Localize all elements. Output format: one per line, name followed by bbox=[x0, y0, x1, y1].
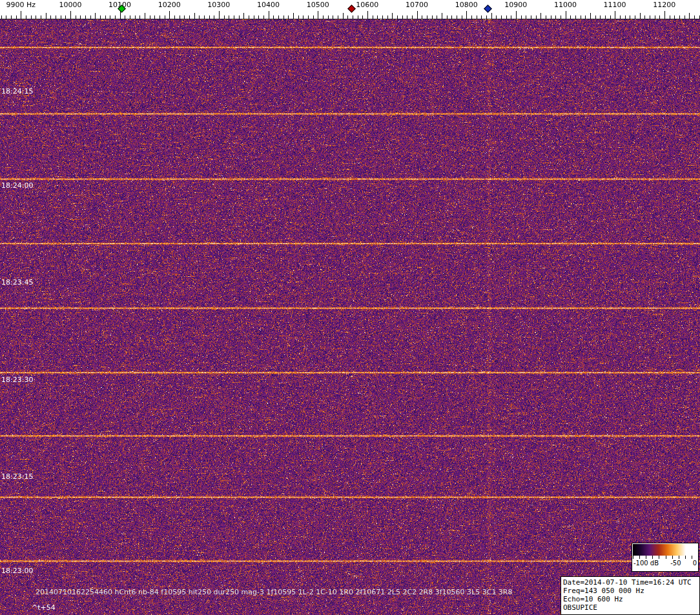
freq-tick bbox=[115, 15, 116, 19]
freq-tick bbox=[278, 15, 279, 19]
freq-tick bbox=[180, 15, 180, 19]
time-offset-label: ^t+54 bbox=[32, 603, 56, 612]
freq-tick bbox=[674, 15, 675, 19]
freq-tick bbox=[100, 15, 101, 19]
freq-tick bbox=[333, 15, 333, 19]
freq-tick bbox=[546, 15, 546, 19]
freq-tick bbox=[85, 15, 86, 19]
freq-tick bbox=[540, 13, 541, 19]
freq-tick bbox=[308, 15, 309, 19]
freq-tick bbox=[234, 15, 234, 19]
freq-tick bbox=[125, 15, 125, 19]
freq-tick bbox=[595, 15, 596, 19]
freq-tick bbox=[358, 15, 358, 19]
freq-tick bbox=[209, 15, 210, 19]
freq-tick bbox=[362, 15, 363, 19]
freq-tick bbox=[204, 15, 205, 19]
info-date-line: Date=2014-07-10 Time=16:24 UTC bbox=[563, 578, 697, 587]
freq-tick-label: 10400 bbox=[257, 1, 280, 9]
freq-tick bbox=[659, 15, 660, 19]
freq-tick bbox=[303, 15, 304, 19]
freq-tick bbox=[561, 15, 561, 19]
freq-tick bbox=[640, 13, 641, 19]
freq-tick bbox=[273, 15, 274, 19]
freq-tick bbox=[536, 15, 537, 19]
freq-tick bbox=[501, 15, 502, 19]
freq-tick bbox=[670, 15, 670, 19]
freq-tick bbox=[412, 15, 413, 19]
colorbar: -100 dB -50 0 bbox=[632, 543, 699, 572]
freq-tick bbox=[457, 15, 457, 19]
freq-tick bbox=[298, 15, 299, 19]
freq-tick bbox=[254, 15, 254, 19]
freq-tick bbox=[605, 15, 606, 19]
freq-tick-label: 11200 bbox=[653, 1, 675, 9]
freq-tick bbox=[194, 13, 195, 19]
freq-tick bbox=[199, 15, 200, 19]
freq-tick bbox=[581, 15, 581, 19]
freq-tick bbox=[694, 15, 695, 19]
freq-tick bbox=[16, 15, 17, 19]
freq-tick-label: 10000 bbox=[59, 1, 81, 9]
spectrogram-app: 9900 Hz100001010010200103001040010500106… bbox=[0, 0, 700, 615]
freq-tick bbox=[521, 15, 522, 19]
freq-tick bbox=[154, 15, 155, 19]
info-freq-line: Freq=143 050 000 Hz bbox=[563, 587, 697, 595]
freq-tick bbox=[249, 15, 249, 19]
freq-tick bbox=[466, 11, 467, 19]
freq-tick bbox=[46, 13, 46, 19]
colorbar-label-min: -100 dB bbox=[633, 560, 659, 567]
freq-marker-blue[interactable] bbox=[484, 5, 492, 13]
freq-tick bbox=[318, 11, 318, 19]
freq-tick-label: 10200 bbox=[158, 1, 181, 9]
freq-tick bbox=[373, 15, 373, 19]
freq-tick bbox=[417, 11, 418, 19]
freq-tick bbox=[145, 13, 145, 19]
freq-tick bbox=[496, 15, 497, 19]
freq-tick bbox=[120, 11, 121, 19]
freq-tick bbox=[70, 11, 71, 19]
freq-marker-red[interactable] bbox=[347, 5, 356, 13]
freq-tick bbox=[110, 15, 110, 19]
freq-tick bbox=[80, 15, 81, 19]
freq-tick bbox=[130, 15, 130, 19]
info-echo-line: Echo=10 600 Hz bbox=[563, 595, 697, 603]
freq-tick bbox=[427, 15, 427, 19]
colorbar-gradient bbox=[633, 544, 697, 556]
freq-tick bbox=[377, 15, 378, 19]
freq-tick bbox=[169, 11, 170, 19]
freq-tick bbox=[219, 11, 220, 19]
spectrogram-waterfall[interactable] bbox=[0, 19, 700, 615]
freq-tick bbox=[36, 15, 36, 19]
detection-log-text: 20140710162254460 hCnt6 nb-84 f10595 hit… bbox=[36, 588, 513, 596]
freq-tick bbox=[585, 15, 586, 19]
freq-tick-label: 10500 bbox=[307, 1, 329, 9]
freq-tick bbox=[343, 13, 344, 19]
freq-tick bbox=[625, 15, 626, 19]
freq-tick bbox=[65, 15, 66, 19]
freq-tick bbox=[174, 15, 175, 19]
freq-tick bbox=[165, 15, 165, 19]
freq-tick-label: 11100 bbox=[604, 1, 626, 9]
freq-tick bbox=[239, 15, 240, 19]
freq-tick bbox=[338, 15, 338, 19]
freq-tick bbox=[184, 15, 185, 19]
freq-tick bbox=[31, 15, 32, 19]
freq-tick bbox=[635, 15, 635, 19]
freq-tick bbox=[442, 13, 442, 19]
freq-tick bbox=[135, 15, 136, 19]
freq-tick bbox=[50, 15, 51, 19]
freq-tick bbox=[699, 15, 700, 19]
freq-tick bbox=[679, 15, 680, 19]
freq-tick bbox=[566, 11, 566, 19]
freq-tick bbox=[189, 15, 190, 19]
freq-tick bbox=[575, 15, 576, 19]
freq-tick bbox=[689, 13, 690, 19]
freq-tick bbox=[451, 15, 452, 19]
freq-tick bbox=[402, 15, 403, 19]
freq-tick bbox=[293, 13, 294, 19]
freq-tick bbox=[685, 15, 685, 19]
freq-tick bbox=[382, 15, 383, 19]
freq-tick bbox=[105, 15, 106, 19]
freq-tick bbox=[531, 15, 531, 19]
